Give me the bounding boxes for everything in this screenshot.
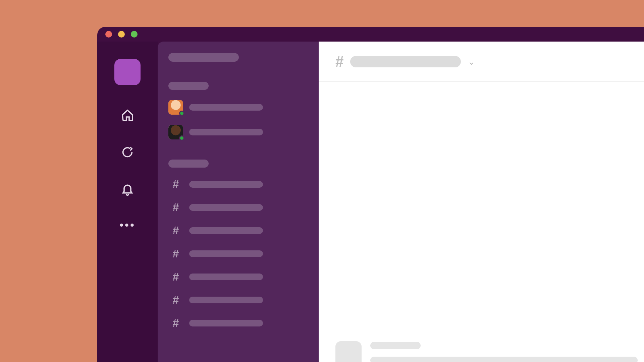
sidebar-dm-item[interactable] xyxy=(168,100,308,115)
message-list xyxy=(319,82,644,362)
dm-name xyxy=(189,104,263,111)
hash-icon: # xyxy=(335,53,343,70)
channel-name xyxy=(189,204,263,211)
hash-icon: # xyxy=(168,201,183,214)
sidebar-section-label[interactable] xyxy=(168,82,209,90)
hash-icon: # xyxy=(168,247,183,260)
hash-icon: # xyxy=(168,224,183,237)
message-author xyxy=(370,342,421,349)
channel-name xyxy=(189,250,263,257)
app-body: ••• + xyxy=(97,42,644,362)
presence-indicator xyxy=(179,111,184,116)
activity-icon[interactable] xyxy=(121,182,134,196)
message-body xyxy=(370,341,644,362)
hash-icon: # xyxy=(168,178,183,191)
home-icon[interactable] xyxy=(121,109,134,122)
sidebar-channel-item[interactable]: # xyxy=(168,224,308,237)
sidebar-channel-item[interactable]: # xyxy=(168,293,308,306)
hash-icon: # xyxy=(168,270,183,283)
channel-name xyxy=(189,181,263,188)
window-maximize-button[interactable] xyxy=(131,31,138,38)
sidebar-dm-item[interactable] xyxy=(168,125,308,139)
window-minimize-button[interactable] xyxy=(118,31,125,38)
channel-sidebar: # # # # # # # xyxy=(158,42,319,362)
channel-name xyxy=(189,227,263,234)
dm-name xyxy=(189,129,263,135)
workspace-tile[interactable] xyxy=(114,59,141,85)
avatar xyxy=(168,100,183,115)
dm-icon[interactable] xyxy=(121,145,134,159)
workspace-name[interactable] xyxy=(168,53,239,62)
message-item[interactable] xyxy=(335,341,644,362)
window-titlebar xyxy=(97,27,644,42)
channel-name xyxy=(189,274,263,280)
message-line xyxy=(370,357,638,362)
sidebar-channel-item[interactable]: # xyxy=(168,316,308,329)
main-pane: # ⌄ xyxy=(319,42,644,362)
channel-name xyxy=(189,297,263,303)
channel-header: # ⌄ xyxy=(319,42,644,82)
channel-title[interactable] xyxy=(350,56,461,67)
sidebar-channel-item[interactable]: # xyxy=(168,247,308,260)
app-window: ••• + xyxy=(97,27,644,362)
channel-name xyxy=(189,320,263,326)
avatar xyxy=(335,341,362,362)
hash-icon: # xyxy=(168,316,183,329)
hash-icon: # xyxy=(168,293,183,306)
sidebar-channel-item[interactable]: # xyxy=(168,201,308,214)
more-icon[interactable]: ••• xyxy=(119,219,136,231)
window-close-button[interactable] xyxy=(105,31,112,38)
chevron-down-icon[interactable]: ⌄ xyxy=(468,56,475,67)
sidebar-section-label[interactable] xyxy=(168,160,209,168)
presence-indicator xyxy=(179,135,184,141)
avatar xyxy=(168,125,183,139)
workspace-rail: ••• + xyxy=(97,42,158,362)
sidebar-channel-item[interactable]: # xyxy=(168,270,308,283)
sidebar-channel-item[interactable]: # xyxy=(168,178,308,191)
